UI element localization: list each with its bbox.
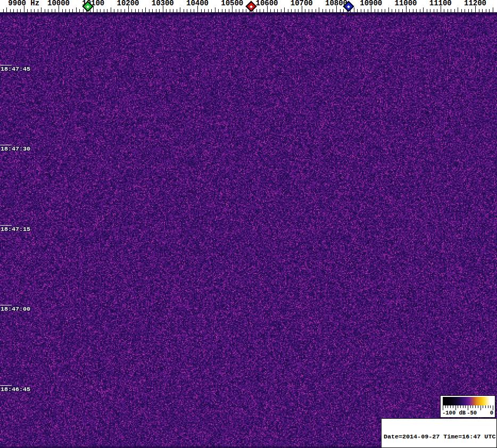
freq-tick	[409, 9, 410, 12]
freq-tick	[274, 9, 275, 12]
time-tick-label: 18:47:30	[1, 146, 30, 152]
colorbar-label-mid: -50	[467, 410, 477, 416]
freq-tick	[382, 9, 382, 12]
colorbar-tick	[485, 405, 486, 408]
freq-tick	[434, 9, 434, 12]
freq-tick	[131, 9, 132, 12]
colorbar-tick	[483, 405, 483, 408]
freq-tick	[326, 9, 326, 12]
freq-tick	[451, 9, 451, 12]
freq-tick	[493, 7, 493, 12]
freq-tick	[402, 9, 403, 12]
freq-tick	[399, 9, 399, 12]
colorbar-tick	[460, 405, 461, 408]
freq-tick	[211, 9, 212, 12]
freq-tick	[444, 9, 444, 12]
colorbar-tick	[488, 405, 488, 408]
freq-tick	[368, 9, 368, 12]
marker-center-dot	[347, 5, 350, 8]
freq-tick	[38, 9, 38, 12]
freq-tick	[239, 9, 239, 12]
freq-tick	[236, 9, 236, 12]
freq-tick	[319, 7, 319, 12]
freq-tick	[243, 9, 243, 12]
freq-tick	[489, 9, 490, 12]
freq-tick	[170, 9, 170, 12]
freq-tick	[232, 6, 233, 12]
freq-tick	[111, 7, 111, 12]
freq-tick	[479, 9, 479, 12]
freq-tick	[340, 9, 341, 12]
freq-tick	[475, 6, 476, 12]
freq-tick	[187, 9, 187, 12]
freq-tick	[201, 9, 202, 12]
spectrogram-screen: 9900 Hz100001010010200103001040010500106…	[0, 0, 497, 448]
freq-tick	[93, 6, 94, 12]
freq-tick	[222, 9, 222, 12]
freq-tick	[166, 9, 167, 12]
freq-tick	[159, 9, 160, 12]
freq-tick	[486, 9, 486, 12]
freq-tick	[246, 9, 246, 12]
freq-tick	[385, 9, 385, 12]
freq-tick	[309, 9, 309, 12]
freq-tick	[229, 9, 229, 12]
freq-tick	[471, 9, 472, 12]
freq-tick	[52, 9, 52, 12]
freq-tick	[312, 9, 312, 12]
freq-tick	[354, 7, 354, 12]
marker-center-dot	[87, 5, 90, 8]
freq-tick	[316, 9, 316, 12]
freq-tick	[395, 9, 396, 12]
colorbar-tick	[481, 405, 481, 410]
freq-tick	[416, 9, 417, 12]
freq-tick	[145, 7, 146, 12]
freq-tick	[423, 7, 424, 12]
freq-tick	[79, 9, 80, 12]
freq-tick	[194, 9, 194, 12]
freq-tick	[295, 9, 295, 12]
freq-tick	[41, 7, 42, 12]
freq-tick	[107, 9, 107, 12]
time-tick-label: 18:47:45	[1, 66, 30, 72]
freq-tick	[138, 9, 139, 12]
freq-tick	[329, 9, 330, 12]
colorbar-tick	[445, 405, 446, 408]
freq-tick	[305, 9, 305, 12]
freq-tick	[31, 9, 31, 12]
freq-tick	[125, 9, 125, 12]
freq-tick	[482, 9, 483, 12]
freq-tick	[378, 9, 378, 12]
freq-tick	[45, 9, 45, 12]
freq-tick	[284, 7, 285, 12]
freq-tick	[97, 9, 97, 12]
freq-tick	[427, 9, 427, 12]
freq-tick	[371, 6, 371, 12]
colorbar-tick	[490, 405, 491, 408]
freq-tick	[55, 9, 55, 12]
freq-tick	[465, 9, 465, 12]
freq-tick	[149, 9, 150, 12]
freq-tick	[13, 9, 14, 12]
freq-tick	[357, 9, 358, 12]
time-tick-label: 18:46:45	[1, 386, 30, 393]
freq-tick	[267, 6, 268, 12]
freq-tick	[135, 9, 136, 12]
colorbar-tick	[478, 405, 478, 408]
freq-tick	[156, 9, 156, 12]
colorbar-tick	[458, 405, 458, 408]
freq-tick	[263, 9, 264, 12]
freq-tick	[17, 9, 18, 12]
freq-tick	[281, 9, 281, 12]
freq-tick	[260, 9, 260, 12]
freq-tick	[364, 9, 365, 12]
colorbar-label-max: 0	[490, 410, 493, 416]
freq-tick	[152, 9, 153, 12]
freq-tick	[27, 9, 28, 12]
freq-tick	[69, 9, 70, 12]
freq-tick	[184, 9, 184, 12]
freq-tick	[461, 9, 462, 12]
db-colorbar: -100 dB -50 0	[440, 395, 495, 418]
freq-tick	[430, 9, 430, 12]
freq-tick	[437, 9, 437, 12]
